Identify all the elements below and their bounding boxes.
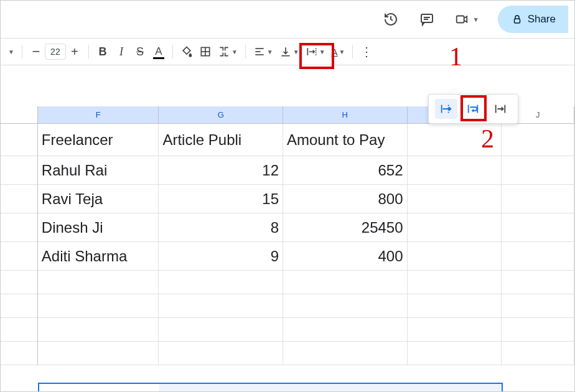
bold-button[interactable]: B [94,42,111,61]
cell[interactable] [38,318,159,342]
cell[interactable]: Freelancer [38,124,159,156]
column-header-G[interactable]: G [159,106,283,123]
table-row: Freelancer Article Publi Amount to Pay [1,124,574,156]
cell[interactable] [502,213,574,242]
row-header[interactable] [1,185,38,213]
table-row: Ravi Teja 15 800 [1,185,574,213]
wrap-option[interactable] [462,99,484,119]
column-header-H[interactable]: H [283,106,408,123]
overflow-option[interactable] [435,99,457,119]
cell[interactable]: 12 [159,156,283,185]
meet-button[interactable]: ▼ [454,12,479,26]
cell[interactable] [502,318,574,342]
row-header[interactable] [1,124,38,156]
svg-rect-0 [421,14,432,22]
app-header: ▼ Share [1,1,574,38]
cell[interactable] [502,294,574,318]
cell[interactable] [283,294,408,318]
cell[interactable]: Aditi Sharma [38,242,159,271]
cell[interactable] [38,271,159,294]
cell[interactable] [159,271,283,294]
row-header[interactable] [1,156,38,185]
cell[interactable]: Ravi Teja [38,185,159,213]
separator [352,45,353,58]
svg-rect-3 [456,16,464,23]
cell[interactable] [408,271,502,294]
font-size-group: − + [27,42,83,61]
cell[interactable] [408,242,502,271]
font-size-decrease-button[interactable]: − [27,42,45,61]
cell[interactable]: 9 [159,242,283,271]
table-row [1,318,574,342]
chevron-down-icon[interactable]: ▼ [6,49,17,55]
cell[interactable] [159,294,283,318]
table-row: Dinesh Ji 8 25450 [1,213,574,242]
cell[interactable] [283,271,408,294]
cell[interactable]: Rahul Rai [38,156,159,185]
cell[interactable]: 400 [283,242,408,271]
cell[interactable] [502,185,574,213]
cell[interactable]: 15 [159,185,283,213]
italic-button[interactable]: I [113,42,130,61]
cell[interactable] [502,242,574,271]
cell[interactable] [283,318,408,342]
cell[interactable] [408,342,502,365]
grid: Freelancer Article Publi Amount to Pay R… [1,124,574,365]
separator [245,45,246,58]
cell[interactable] [502,156,574,185]
borders-button[interactable] [197,42,214,61]
share-label: Share [528,13,556,26]
cell[interactable] [408,318,502,342]
chevron-down-icon: ▼ [319,49,325,55]
merge-cells-button[interactable]: ▼ [215,42,240,61]
row-header[interactable] [1,294,38,318]
share-button[interactable]: Share [498,6,568,33]
row-header[interactable] [1,271,38,294]
cell[interactable] [38,294,159,318]
cell[interactable] [502,271,574,294]
font-size-increase-button[interactable]: + [66,42,83,61]
cell[interactable]: 8 [159,213,283,242]
row-header[interactable] [1,318,38,342]
row-header[interactable] [1,342,38,365]
font-size-input[interactable] [45,44,66,60]
column-header-F[interactable]: F [38,106,159,123]
fill-color-button[interactable] [178,42,195,61]
text-rotation-button[interactable]: A ▼ [329,42,348,61]
text-wrapping-button[interactable]: ▼ [303,42,328,61]
cell[interactable]: 25450 [283,213,408,242]
cell[interactable] [159,342,283,365]
cell[interactable]: 652 [283,156,408,185]
corner-cell[interactable] [1,106,38,123]
row-header[interactable] [1,242,38,271]
comment-icon[interactable] [418,11,436,28]
cell[interactable] [408,124,502,156]
cell[interactable] [408,213,502,242]
cell[interactable]: Dinesh Ji [38,213,159,242]
chevron-down-icon: ▼ [231,49,238,55]
lock-icon [512,14,523,25]
cell[interactable] [38,342,159,365]
cell[interactable] [408,185,502,213]
vertical-align-button[interactable]: ▼ [277,42,302,61]
chevron-down-icon: ▼ [267,49,273,55]
clip-option[interactable] [489,99,512,119]
cell[interactable]: 800 [283,185,408,213]
cell[interactable] [283,342,408,365]
history-icon[interactable] [382,11,400,28]
cell[interactable]: Amount to Pay [283,124,408,156]
cell[interactable] [408,294,502,318]
cell[interactable]: Article Publi [159,124,283,156]
more-button[interactable]: ⋮ [358,42,375,61]
row-header[interactable] [1,213,38,242]
table-row: Rahul Rai 12 652 [1,156,574,185]
cell[interactable] [502,124,574,156]
text-color-button[interactable]: A [150,42,167,61]
cell[interactable] [502,342,574,365]
text-wrapping-dropdown [428,94,518,124]
strikethrough-button[interactable]: S [131,42,149,61]
horizontal-align-button[interactable]: ▼ [251,42,276,61]
cell[interactable] [159,318,283,342]
cell[interactable] [408,156,502,185]
chevron-down-icon: ▼ [293,49,299,55]
